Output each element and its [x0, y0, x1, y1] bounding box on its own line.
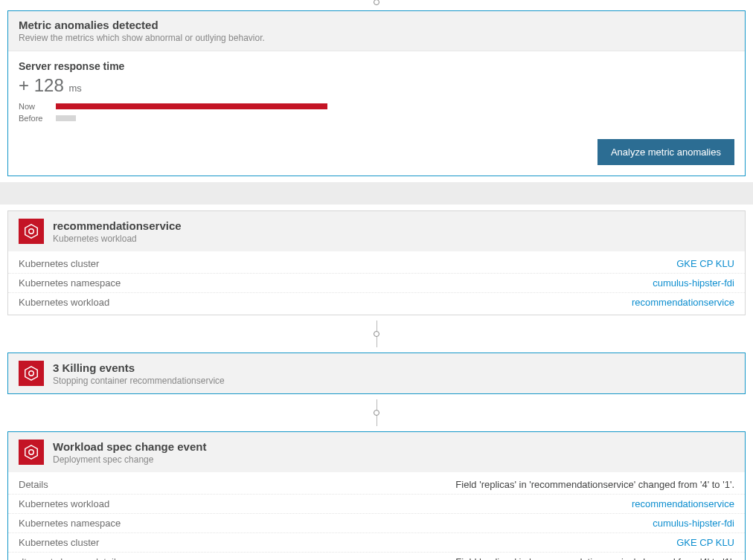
analyze-anomalies-button[interactable]: Analyze metric anomalies — [597, 139, 734, 165]
before-label: Before — [19, 114, 56, 123]
card-title: Metric anomalies detected — [19, 19, 734, 31]
kv-value-link[interactable]: cumulus-hipster-fdi — [653, 518, 734, 529]
kv-value-link[interactable]: GKE CP KLU — [676, 258, 734, 269]
svg-marker-2 — [25, 367, 38, 380]
kv-value: Field 'replicas' in 'recommendationservi… — [455, 479, 734, 490]
now-bar — [56, 103, 327, 109]
service-card: recommendationservice Kubernetes workloa… — [7, 210, 746, 315]
kv-row: Kubernetes clusterGKE CP KLU — [8, 254, 745, 274]
kubernetes-icon — [19, 219, 44, 244]
kv-value: Field 'replicas' in 'recommendationservi… — [455, 556, 734, 560]
svg-point-3 — [29, 371, 33, 376]
kv-key: Kubernetes namespace — [19, 518, 121, 529]
kv-row: Kubernetes namespacecumulus-hipster-fdi — [8, 514, 745, 533]
service-kv-list: Kubernetes clusterGKE CP KLUKubernetes n… — [8, 251, 745, 315]
kv-row: Kubernetes clusterGKE CP KLU — [8, 533, 745, 553]
kv-key: Kubernetes workload — [19, 498, 109, 509]
metric-name: Server response time — [19, 60, 734, 72]
card-header: Metric anomalies detected Review the met… — [8, 11, 745, 51]
kv-row: dt.event.change_detailsField 'replicas' … — [8, 553, 745, 560]
kv-value-link[interactable]: GKE CP KLU — [676, 537, 734, 548]
workload-title: Workload spec change event — [53, 440, 206, 453]
card-subtitle: Review the metrics which show abnormal o… — [19, 33, 734, 43]
killing-subtitle: Stopping container recommendationservice — [53, 376, 225, 386]
svg-point-5 — [29, 450, 33, 454]
kubernetes-icon — [19, 361, 44, 386]
killing-title: 3 Killing events — [53, 361, 225, 374]
now-label: Now — [19, 102, 56, 111]
before-bar — [56, 115, 76, 121]
workload-spec-change-card: Workload spec change event Deployment sp… — [7, 431, 746, 560]
kv-value-link[interactable]: recommendationservice — [632, 498, 734, 509]
workload-kv-list: DetailsField 'replicas' in 'recommendati… — [8, 472, 745, 560]
metric-value: + 128 ms — [19, 75, 734, 96]
kv-key: Kubernetes namespace — [19, 277, 121, 289]
service-title: recommendationservice — [53, 219, 182, 232]
kv-value-link[interactable]: cumulus-hipster-fdi — [653, 277, 734, 289]
kv-value-link[interactable]: recommendationservice — [632, 297, 734, 308]
kv-key: Kubernetes cluster — [19, 258, 99, 269]
kv-row: DetailsField 'replicas' in 'recommendati… — [8, 475, 745, 495]
kv-key: Kubernetes workload — [19, 297, 109, 308]
before-bar-row: Before — [19, 114, 734, 123]
kv-key: dt.event.change_details — [19, 556, 121, 560]
killing-events-card[interactable]: 3 Killing events Stopping container reco… — [7, 353, 746, 394]
kv-row: Kubernetes namespacecumulus-hipster-fdi — [8, 274, 745, 293]
svg-marker-4 — [25, 445, 38, 459]
kv-row: Kubernetes workloadrecommendationservice — [8, 293, 745, 312]
metric-anomalies-card: Metric anomalies detected Review the met… — [7, 10, 746, 176]
workload-subtitle: Deployment spec change — [53, 454, 206, 465]
kv-key: Kubernetes cluster — [19, 537, 99, 548]
now-bar-row: Now — [19, 102, 734, 111]
svg-marker-0 — [25, 225, 38, 238]
service-subtitle: Kubernetes workload — [53, 234, 182, 244]
kubernetes-icon — [19, 440, 44, 465]
svg-point-1 — [29, 229, 33, 234]
kv-row: Kubernetes workloadrecommendationservice — [8, 495, 745, 514]
kv-key: Details — [19, 479, 48, 490]
